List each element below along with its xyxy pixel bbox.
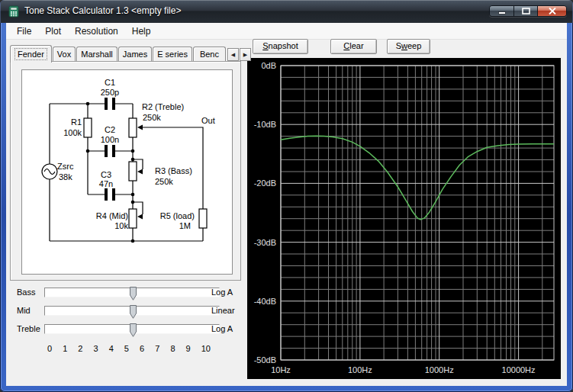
tab-bench[interactable]: Benc	[193, 47, 226, 61]
tab-scroll-right-button[interactable]: ▶	[240, 48, 251, 61]
svg-text:C2: C2	[105, 125, 115, 134]
bass-label: Bass	[17, 288, 35, 297]
svg-text:Zsrc: Zsrc	[57, 162, 74, 171]
svg-text:100n: 100n	[101, 135, 119, 144]
out-label: Out	[201, 116, 215, 125]
svg-text:250p: 250p	[101, 88, 119, 97]
component-r2-treble-pot: R2 (Treble) 250k	[129, 102, 184, 137]
mid-slider-track[interactable]	[44, 306, 220, 316]
component-c3: C3 47n	[99, 170, 115, 201]
maximize-button[interactable]	[513, 6, 537, 16]
tab-marshall[interactable]: Marshall	[76, 47, 117, 61]
mid-slider-row: Mid Linear	[6, 306, 258, 318]
svg-text:10000Hz: 10000Hz	[502, 365, 536, 374]
title-bar: Tone Stack Calculator 1.3 <empty file>	[0, 0, 573, 23]
bass-slider-track[interactable]	[44, 288, 220, 297]
svg-text:C3: C3	[101, 170, 111, 179]
tab-scroll-left-button[interactable]: ◀	[227, 48, 239, 61]
svg-text:-10dB: -10dB	[254, 120, 276, 129]
component-r3-bass-pot: R3 (Bass) 250k	[129, 162, 192, 186]
svg-text:38k: 38k	[59, 172, 72, 182]
arrow-left-icon: ◀	[231, 52, 235, 58]
menu-item-plot[interactable]: Plot	[38, 24, 68, 39]
svg-text:-30dB: -30dB	[254, 238, 276, 247]
mid-slider-thumb[interactable]	[130, 305, 137, 319]
bass-slider-thumb[interactable]	[130, 287, 137, 300]
treble-label: Treble	[17, 324, 40, 334]
bass-slider-row: Bass Log A	[6, 288, 258, 300]
minimize-button[interactable]	[490, 6, 513, 16]
svg-text:10k: 10k	[114, 221, 128, 230]
svg-text:-20dB: -20dB	[254, 178, 276, 188]
client-area: File Plot Resolution Help Fender Vox Mar…	[6, 23, 567, 386]
tab-e-series[interactable]: E series	[153, 47, 192, 61]
close-icon	[549, 8, 556, 14]
svg-text:100k: 100k	[63, 128, 82, 137]
slider-scale: 012345678910	[47, 344, 211, 353]
svg-text:250k: 250k	[143, 113, 161, 122]
component-zsrc: Zsrc 38k	[42, 162, 74, 182]
menu-bar: File Plot Resolution Help	[6, 23, 567, 40]
tab-fender[interactable]: Fender	[10, 45, 52, 63]
window-title: Tone Stack Calculator 1.3 <empty file>	[24, 0, 181, 22]
svg-text:0dB: 0dB	[261, 61, 276, 70]
svg-text:R5 (load): R5 (load)	[160, 211, 195, 220]
sweep-button[interactable]: Sweep	[387, 39, 430, 54]
svg-text:-40dB: -40dB	[254, 297, 276, 306]
calculator-icon	[8, 5, 20, 18]
menu-item-help[interactable]: Help	[125, 24, 158, 39]
svg-text:1000Hz: 1000Hz	[425, 365, 454, 374]
svg-text:R3 (Bass): R3 (Bass)	[155, 166, 192, 175]
minimize-icon	[498, 8, 506, 14]
svg-text:C1: C1	[105, 78, 115, 87]
close-button[interactable]	[537, 6, 566, 16]
maximize-icon	[522, 8, 530, 14]
svg-text:100Hz: 100Hz	[348, 365, 372, 374]
svg-text:250k: 250k	[155, 177, 173, 186]
component-r1: R1 100k	[63, 117, 92, 137]
tab-james[interactable]: James	[118, 47, 152, 61]
svg-text:R2 (Treble): R2 (Treble)	[142, 102, 184, 111]
svg-text:10Hz: 10Hz	[271, 365, 291, 374]
treble-slider-track[interactable]	[44, 324, 220, 334]
svg-text:R4 (Mid): R4 (Mid)	[96, 211, 128, 220]
circuit-schematic: Zsrc 38k C1 250p C2 100n	[22, 70, 232, 274]
tab-page-fender: Zsrc 38k C1 250p C2 100n	[10, 61, 241, 281]
arrow-right-icon: ▶	[243, 52, 247, 58]
component-c2: C2 100n	[101, 125, 119, 157]
plot-canvas: 0dB-10dB-20dB-30dB-40dB-50dB10Hz100Hz100…	[247, 58, 561, 379]
svg-text:47n: 47n	[99, 179, 113, 188]
bass-taper-label: Log A	[211, 288, 233, 297]
component-c1: C1 250p	[101, 78, 119, 110]
circuit-panel: Zsrc 38k C1 250p C2 100n	[21, 69, 233, 275]
frequency-response-plot: 0dB-10dB-20dB-30dB-40dB-50dB10Hz100Hz100…	[247, 58, 561, 379]
component-r4-mid-pot: R4 (Mid) 10k	[96, 209, 143, 230]
snapshot-button[interactable]: Snapshot	[253, 39, 308, 54]
treble-slider-thumb[interactable]	[130, 323, 137, 337]
menu-item-resolution[interactable]: Resolution	[68, 24, 125, 39]
treble-slider-row: Treble Log A	[6, 324, 258, 336]
menu-item-file[interactable]: File	[10, 24, 38, 39]
svg-text:-50dB: -50dB	[254, 355, 276, 365]
window-controls	[489, 5, 567, 17]
svg-text:R1: R1	[71, 117, 82, 127]
mid-taper-label: Linear	[211, 306, 235, 316]
svg-text:1M: 1M	[179, 221, 191, 230]
app-window: Tone Stack Calculator 1.3 <empty file> F…	[0, 0, 573, 392]
treble-taper-label: Log A	[211, 324, 233, 334]
mid-label: Mid	[17, 306, 31, 316]
tone-stack-tabs: Fender Vox Marshall James E series Benc …	[10, 44, 251, 61]
clear-button[interactable]: Clear	[330, 39, 377, 54]
tab-vox[interactable]: Vox	[53, 47, 76, 61]
component-r5-load: R5 (load) 1M	[160, 209, 207, 230]
